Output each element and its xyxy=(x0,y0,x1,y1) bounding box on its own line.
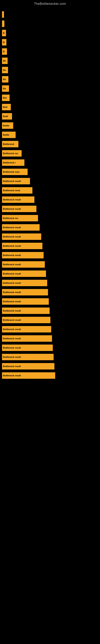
bar-row-27: Bottleneck result xyxy=(2,251,98,259)
bar-9: Bo xyxy=(2,85,9,92)
bar-16: Bottleneck res xyxy=(2,150,22,156)
bar-row-19: Bottleneck result xyxy=(2,177,98,185)
bar-28: Bottleneck result xyxy=(2,261,45,268)
bar-row-4: B xyxy=(2,38,98,46)
bar-row-39: Bottleneck result xyxy=(2,362,98,370)
bar-row-28: Bottleneck result xyxy=(2,260,98,268)
bar-row-5: B xyxy=(2,48,98,55)
bar-row-38: Bottleneck result xyxy=(2,353,98,361)
bar-row-13: Bottle xyxy=(2,122,98,130)
bar-row-36: Bottleneck result xyxy=(2,335,98,342)
bar-10: Bot xyxy=(2,94,10,101)
site-title-container: TheBottlenecker.com xyxy=(0,0,100,7)
bar-23: Bottleneck res xyxy=(2,215,38,222)
bar-40: Bottleneck result xyxy=(2,372,55,379)
bar-row-12: Bottl xyxy=(2,112,98,120)
bar-3: B xyxy=(2,30,6,36)
bar-31: Bottleneck result xyxy=(2,289,48,296)
bar-33: Bottleneck result xyxy=(2,308,50,314)
bar-row-10: Bot xyxy=(2,94,98,102)
bar-row-37: Bottleneck result xyxy=(2,344,98,352)
bar-row-9: Bo xyxy=(2,85,98,92)
bar-24: Bottleneck result xyxy=(2,224,40,231)
bar-17: Bottleneck r xyxy=(2,160,24,166)
bar-row-25: Bottleneck result xyxy=(2,233,98,240)
bar-27: Bottleneck result xyxy=(2,252,44,258)
bar-26: Bottleneck result xyxy=(2,243,42,249)
bar-20: Bottleneck resul xyxy=(2,187,32,194)
bar-row-34: Bottleneck result xyxy=(2,316,98,324)
bar-12: Bottl xyxy=(2,113,12,120)
bar-row-29: Bottleneck result xyxy=(2,270,98,278)
bar-row-18: Bottleneck resu xyxy=(2,168,98,176)
bar-38: Bottleneck result xyxy=(2,354,53,360)
bar-37: Bottleneck result xyxy=(2,344,53,351)
bar-18: Bottleneck resu xyxy=(2,169,28,175)
bar-21: Bottleneck result xyxy=(2,196,34,203)
bar-row-11: Bott xyxy=(2,103,98,111)
bar-36: Bottleneck result xyxy=(2,335,52,342)
bar-29: Bottleneck result xyxy=(2,270,46,277)
bar-row-33: Bottleneck result xyxy=(2,307,98,314)
bar-11: Bott xyxy=(2,104,11,110)
bar-4: B xyxy=(2,39,6,46)
bar-row-15: Bottleneck xyxy=(2,140,98,148)
bar-row-1 xyxy=(2,11,98,18)
bar-30: Bottleneck result xyxy=(2,280,47,286)
bar-13: Bottle xyxy=(2,122,13,129)
bar-1 xyxy=(2,11,4,18)
bar-row-7: Bo xyxy=(2,66,98,74)
bar-row-2 xyxy=(2,20,98,28)
bar-19: Bottleneck result xyxy=(2,178,30,184)
bars-container: BBBBoBoBoBoBotBottBottlBottleBottleBottl… xyxy=(0,7,100,381)
bar-2 xyxy=(2,20,4,27)
bar-15: Bottleneck xyxy=(2,141,18,147)
bar-row-40: Bottleneck result xyxy=(2,372,98,379)
bar-row-32: Bottleneck result xyxy=(2,298,98,305)
bar-row-31: Bottleneck result xyxy=(2,288,98,296)
bar-35: Bottleneck result xyxy=(2,326,51,332)
bar-8: Bo xyxy=(2,76,8,82)
bar-row-14: Bottle xyxy=(2,131,98,139)
bar-row-20: Bottleneck resul xyxy=(2,186,98,194)
bar-row-26: Bottleneck result xyxy=(2,242,98,250)
bar-row-23: Bottleneck res xyxy=(2,214,98,222)
bar-row-6: Bo xyxy=(2,57,98,64)
bar-34: Bottleneck result xyxy=(2,317,50,323)
bar-32: Bottleneck result xyxy=(2,298,49,305)
bar-39: Bottleneck result xyxy=(2,363,54,370)
bar-22: Bottleneck result xyxy=(2,206,36,212)
bar-row-35: Bottleneck result xyxy=(2,326,98,333)
bar-row-8: Bo xyxy=(2,76,98,83)
bar-7: Bo xyxy=(2,67,8,73)
bar-row-17: Bottleneck r xyxy=(2,159,98,166)
bar-row-24: Bottleneck result xyxy=(2,224,98,231)
bar-6: Bo xyxy=(2,58,8,64)
bar-14: Bottle xyxy=(2,132,16,138)
bar-row-21: Bottleneck result xyxy=(2,196,98,204)
bar-25: Bottleneck result xyxy=(2,234,41,240)
bar-5: B xyxy=(2,48,7,55)
bar-row-3: B xyxy=(2,29,98,37)
site-title: TheBottlenecker.com xyxy=(0,0,100,7)
bar-row-22: Bottleneck result xyxy=(2,205,98,213)
bar-row-16: Bottleneck res xyxy=(2,150,98,157)
bar-row-30: Bottleneck result xyxy=(2,279,98,287)
